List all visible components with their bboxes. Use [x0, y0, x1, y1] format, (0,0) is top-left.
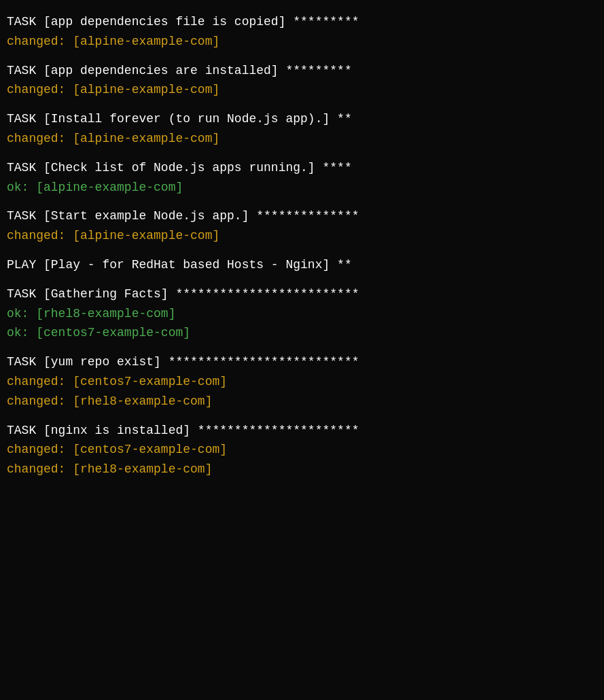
terminal-block-block3: TASK [Install forever (to run Node.js ap… — [7, 109, 597, 149]
terminal-line: changed: [centos7-example-com] — [7, 372, 597, 392]
terminal-block-block9: TASK [nginx is installed] **************… — [7, 421, 597, 479]
terminal-line: ok: [rhel8-example-com] — [7, 304, 597, 324]
terminal-output: TASK [app dependencies file is copied] *… — [3, 7, 601, 494]
terminal-block-block7: TASK [Gathering Facts] *****************… — [7, 284, 597, 343]
terminal-block-block4: TASK [Check list of Node.js apps running… — [7, 158, 597, 198]
terminal-line: changed: [rhel8-example-com] — [7, 460, 597, 479]
terminal-block-block6: PLAY [Play - for RedHat based Hosts - Ng… — [7, 255, 597, 275]
terminal-line: changed: [alpine-example-com] — [7, 226, 597, 246]
terminal-line: TASK [Check list of Node.js apps running… — [7, 158, 597, 178]
terminal-block-block2: TASK [app dependencies are installed] **… — [7, 61, 597, 100]
terminal-line: ok: [alpine-example-com] — [7, 178, 597, 198]
terminal-block-block1: TASK [app dependencies file is copied] *… — [7, 12, 597, 52]
terminal-line: TASK [nginx is installed] **************… — [7, 421, 597, 441]
terminal-block-block5: TASK [Start example Node.js app.] ******… — [7, 206, 597, 246]
terminal-line: TASK [app dependencies file is copied] *… — [7, 12, 597, 32]
terminal-line: changed: [rhel8-example-com] — [7, 392, 597, 411]
terminal-block-block8: TASK [yum repo exist] ******************… — [7, 352, 597, 411]
terminal-line: TASK [Start example Node.js app.] ******… — [7, 206, 597, 226]
terminal-line: PLAY [Play - for RedHat based Hosts - Ng… — [7, 255, 597, 275]
terminal-line: TASK [app dependencies are installed] **… — [7, 61, 597, 81]
terminal-line: changed: [alpine-example-com] — [7, 32, 597, 52]
terminal-line: TASK [yum repo exist] ******************… — [7, 352, 597, 372]
terminal-line: TASK [Gathering Facts] *****************… — [7, 284, 597, 304]
terminal-line: TASK [Install forever (to run Node.js ap… — [7, 109, 597, 129]
terminal-line: changed: [alpine-example-com] — [7, 80, 597, 100]
terminal-line: changed: [alpine-example-com] — [7, 129, 597, 149]
terminal-line: changed: [centos7-example-com] — [7, 440, 597, 460]
terminal-line: ok: [centos7-example-com] — [7, 323, 597, 343]
